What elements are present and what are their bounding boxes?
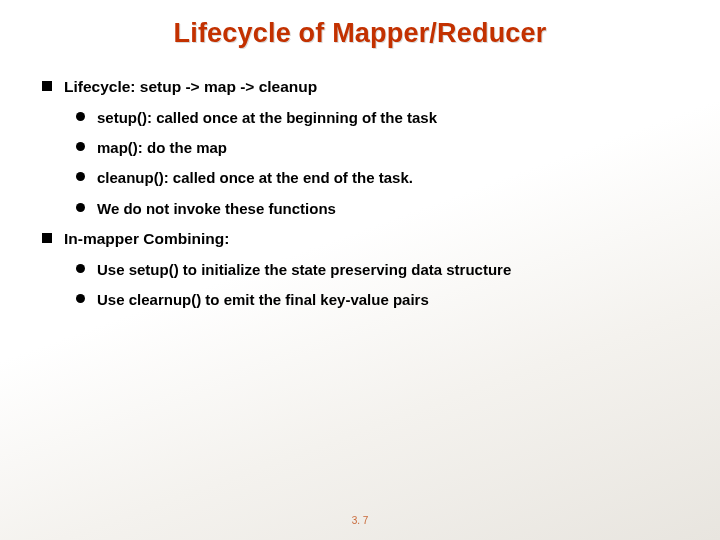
circle-bullet-icon: [76, 264, 85, 273]
circle-bullet-icon: [76, 142, 85, 151]
circle-bullet-icon: [76, 172, 85, 181]
list-item: Use setup() to initialize the state pres…: [76, 260, 680, 280]
list-item: cleanup(): called once at the end of the…: [76, 168, 680, 188]
list-item: Lifecycle: setup -> map -> cleanup: [42, 77, 680, 98]
list-item-text: Use setup() to initialize the state pres…: [97, 260, 511, 280]
list-item-text: Lifecycle: setup -> map -> cleanup: [64, 77, 317, 98]
list-item: setup(): called once at the beginning of…: [76, 108, 680, 128]
list-item: Use clearnup() to emit the final key-val…: [76, 290, 680, 310]
page-number: 3. 7: [0, 515, 720, 526]
list-item-text: cleanup(): called once at the end of the…: [97, 168, 413, 188]
square-bullet-icon: [42, 233, 52, 243]
slide: Lifecycle of Mapper/Reducer Lifecycle: s…: [0, 0, 720, 540]
list-item: We do not invoke these functions: [76, 199, 680, 219]
circle-bullet-icon: [76, 294, 85, 303]
list-item-text: We do not invoke these functions: [97, 199, 336, 219]
list-item: In-mapper Combining:: [42, 229, 680, 250]
list-item-text: Use clearnup() to emit the final key-val…: [97, 290, 429, 310]
slide-title: Lifecycle of Mapper/Reducer: [40, 18, 680, 49]
circle-bullet-icon: [76, 112, 85, 121]
list-item: map(): do the map: [76, 138, 680, 158]
list-item-text: setup(): called once at the beginning of…: [97, 108, 437, 128]
list-item-text: map(): do the map: [97, 138, 227, 158]
list-item-text: In-mapper Combining:: [64, 229, 229, 250]
circle-bullet-icon: [76, 203, 85, 212]
square-bullet-icon: [42, 81, 52, 91]
slide-content: Lifecycle: setup -> map -> cleanup setup…: [40, 77, 680, 310]
